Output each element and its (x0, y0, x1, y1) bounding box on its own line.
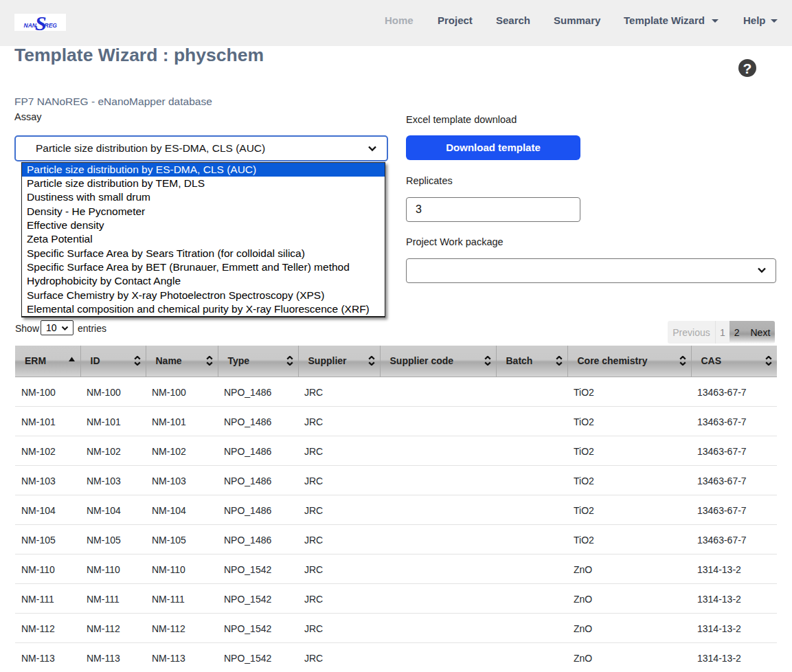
svg-text:?: ? (743, 60, 752, 76)
svg-text:REG: REG (45, 22, 58, 29)
